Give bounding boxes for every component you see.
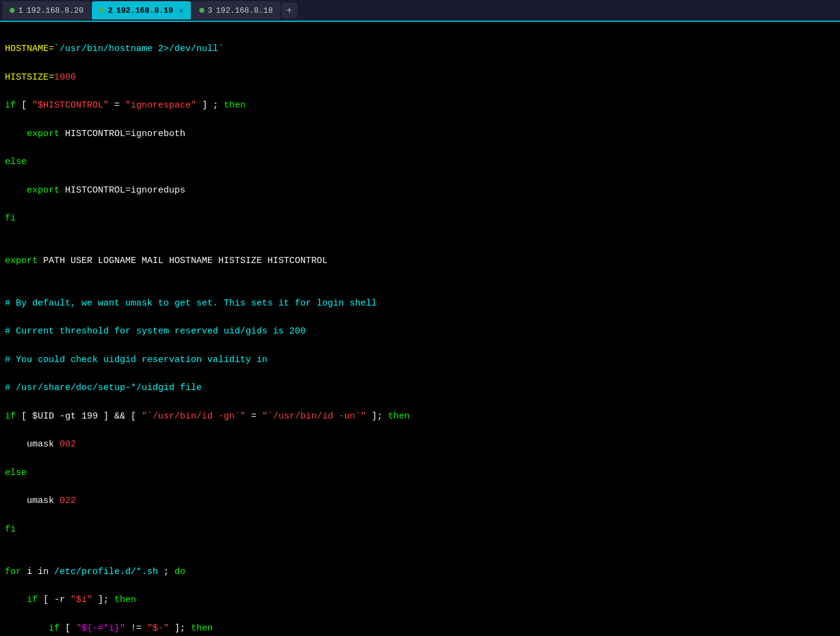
code-line-7: fi xyxy=(5,211,835,225)
code-line-19: fi xyxy=(5,522,835,536)
code-line-3: if [ "$HISTCONTROL" = "ignorespace" ] ; … xyxy=(5,98,835,112)
tab-3-label: 3 xyxy=(208,6,213,15)
code-line-18: umask 022 xyxy=(5,494,835,508)
tab-2[interactable]: 2 192.168.8.19 ✕ xyxy=(92,1,190,19)
new-tab-button[interactable]: + xyxy=(281,2,297,18)
code-line-9: export PATH USER LOGNAME MAIL HOSTNAME H… xyxy=(5,254,835,268)
tab-2-label: 2 xyxy=(108,6,112,15)
code-line-1: HOSTNAME=`/usr/bin/hostname 2>/dev/null` xyxy=(5,42,835,56)
tab-2-dot xyxy=(99,8,104,13)
tab-2-host: 192.168.8.19 xyxy=(116,6,173,15)
code-line-5: else xyxy=(5,155,835,169)
tab-bar: 1 192.168.8.20 2 192.168.8.19 ✕ 3 192.16… xyxy=(0,0,840,22)
code-line-16: umask 002 xyxy=(5,437,835,451)
code-line-2: HISTSIZE=1000 xyxy=(5,70,835,84)
code-line-14: # /usr/share/doc/setup-*/uidgid file xyxy=(5,381,835,395)
tab-1[interactable]: 1 192.168.8.20 xyxy=(2,1,91,19)
code-line-22: if [ -r "$i" ]; then xyxy=(5,593,835,607)
code-line-11: # By default, we want umask to get set. … xyxy=(5,296,835,310)
code-line-17: else xyxy=(5,466,835,480)
code-line-6: export HISTCONTROL=ignoredups xyxy=(5,183,835,197)
tab-3-dot xyxy=(199,8,204,13)
code-line-15: if [ $UID -gt 199 ] && [ "`/usr/bin/id -… xyxy=(5,409,835,423)
tab-3-host: 192.168.8.18 xyxy=(216,6,273,15)
tab-1-dot xyxy=(10,8,15,13)
tab-1-label: 1 xyxy=(18,6,23,15)
tab-1-host: 192.168.8.20 xyxy=(27,6,84,15)
code-line-23: if [ "${-#*i}" != "$-" ]; then xyxy=(5,621,835,635)
code-line-13: # You could check uidgid reservation val… xyxy=(5,353,835,367)
tab-3[interactable]: 3 192.168.8.18 xyxy=(192,1,280,19)
code-line-12: # Current threshold for system reserved … xyxy=(5,324,835,338)
tab-2-close[interactable]: ✕ xyxy=(179,7,184,15)
code-editor[interactable]: HOSTNAME=`/usr/bin/hostname 2>/dev/null`… xyxy=(0,22,840,636)
code-line-4: export HISTCONTROL=ignoreboth xyxy=(5,127,835,141)
code-line-21: for i in /etc/profile.d/*.sh ; do xyxy=(5,565,835,579)
